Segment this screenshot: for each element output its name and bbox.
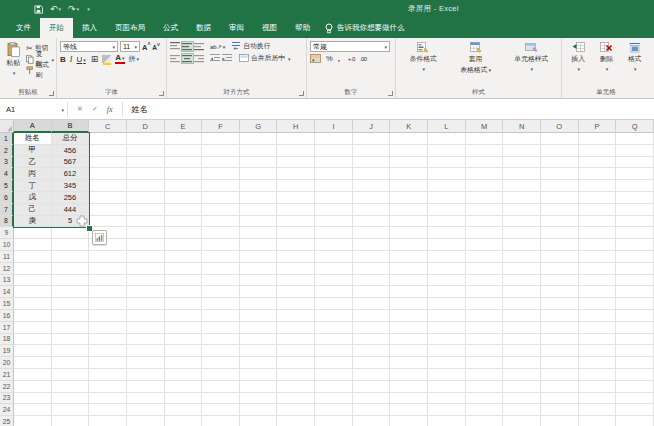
cell-Q4[interactable]: [616, 168, 654, 180]
cell-N16[interactable]: [503, 310, 541, 322]
cell-G23[interactable]: [240, 393, 278, 405]
increase-font-icon[interactable]: A˄: [142, 41, 150, 52]
cell-Q9[interactable]: [616, 227, 654, 239]
cell-L3[interactable]: [428, 157, 466, 169]
align-center-icon[interactable]: [182, 54, 193, 63]
row-header-3[interactable]: 3: [0, 157, 14, 169]
cell-A13[interactable]: [14, 275, 52, 287]
cell-B22[interactable]: [52, 381, 90, 393]
cell-L17[interactable]: [428, 322, 466, 334]
cell-K6[interactable]: [390, 192, 428, 204]
tab-view[interactable]: 视图: [253, 18, 286, 38]
cell-Q10[interactable]: [616, 239, 654, 251]
cell-C19[interactable]: [89, 345, 127, 357]
column-header-E[interactable]: E: [165, 120, 203, 133]
cell-K7[interactable]: [390, 204, 428, 216]
cell-B2[interactable]: 456: [52, 145, 90, 157]
cell-J16[interactable]: [353, 310, 391, 322]
select-all-button[interactable]: [0, 120, 14, 133]
cell-E9[interactable]: [165, 227, 203, 239]
cell-N18[interactable]: [503, 334, 541, 346]
cell-I16[interactable]: [315, 310, 353, 322]
font-color-button[interactable]: A: [115, 54, 124, 64]
cell-C16[interactable]: [89, 310, 127, 322]
cell-B23[interactable]: [52, 393, 90, 405]
cell-H7[interactable]: [277, 204, 315, 216]
cell-M22[interactable]: [466, 381, 504, 393]
cell-Q16[interactable]: [616, 310, 654, 322]
cell-P11[interactable]: [579, 251, 617, 263]
cell-N13[interactable]: [503, 275, 541, 287]
qat-more-icon[interactable]: [86, 6, 90, 12]
cell-A3[interactable]: 乙: [14, 157, 52, 169]
cell-K17[interactable]: [390, 322, 428, 334]
cancel-icon[interactable]: ✕: [77, 105, 83, 113]
formula-input[interactable]: 姓名: [123, 104, 148, 115]
italic-button[interactable]: I: [70, 55, 73, 64]
cell-L6[interactable]: [428, 192, 466, 204]
cell-B25[interactable]: [52, 416, 90, 426]
cell-C15[interactable]: [89, 298, 127, 310]
cell-P19[interactable]: [579, 345, 617, 357]
cell-C2[interactable]: [89, 145, 127, 157]
cell-K18[interactable]: [390, 334, 428, 346]
cell-G4[interactable]: [240, 168, 278, 180]
cell-K12[interactable]: [390, 263, 428, 275]
cell-I19[interactable]: [315, 345, 353, 357]
cell-Q1[interactable]: [616, 133, 654, 145]
cell-A5[interactable]: 丁: [14, 180, 52, 192]
format-painter-button[interactable]: 格式刷: [26, 65, 54, 75]
cell-M20[interactable]: [466, 357, 504, 369]
tab-data[interactable]: 数据: [187, 18, 220, 38]
cell-H17[interactable]: [277, 322, 315, 334]
cell-G19[interactable]: [240, 345, 278, 357]
cell-N20[interactable]: [503, 357, 541, 369]
cell-L20[interactable]: [428, 357, 466, 369]
cell-F16[interactable]: [202, 310, 240, 322]
cell-L25[interactable]: [428, 416, 466, 426]
cell-N11[interactable]: [503, 251, 541, 263]
cell-Q3[interactable]: [616, 157, 654, 169]
row-header-2[interactable]: 2: [0, 145, 14, 157]
cell-Q17[interactable]: [616, 322, 654, 334]
cell-M2[interactable]: [466, 145, 504, 157]
cell-N1[interactable]: [503, 133, 541, 145]
cell-E22[interactable]: [165, 381, 203, 393]
cell-G3[interactable]: [240, 157, 278, 169]
cell-K11[interactable]: [390, 251, 428, 263]
row-header-6[interactable]: 6: [0, 192, 14, 204]
cell-B16[interactable]: [52, 310, 90, 322]
cell-A25[interactable]: [14, 416, 52, 426]
cell-M8[interactable]: [466, 216, 504, 228]
cell-H24[interactable]: [277, 404, 315, 416]
cell-P22[interactable]: [579, 381, 617, 393]
cell-E11[interactable]: [165, 251, 203, 263]
cell-P2[interactable]: [579, 145, 617, 157]
cell-D12[interactable]: [127, 263, 165, 275]
cell-B13[interactable]: [52, 275, 90, 287]
wrap-text-button[interactable]: 自动换行: [232, 41, 270, 51]
cell-Q6[interactable]: [616, 192, 654, 204]
cell-D19[interactable]: [127, 345, 165, 357]
column-header-K[interactable]: K: [390, 120, 428, 133]
cell-P17[interactable]: [579, 322, 617, 334]
cell-K5[interactable]: [390, 180, 428, 192]
cell-E20[interactable]: [165, 357, 203, 369]
cell-M17[interactable]: [466, 322, 504, 334]
cell-D9[interactable]: [127, 227, 165, 239]
cell-H19[interactable]: [277, 345, 315, 357]
column-header-N[interactable]: N: [503, 120, 541, 133]
percent-style-button[interactable]: %: [326, 54, 333, 63]
cell-P1[interactable]: [579, 133, 617, 145]
cell-J1[interactable]: [353, 133, 391, 145]
cell-L15[interactable]: [428, 298, 466, 310]
cell-B24[interactable]: [52, 404, 90, 416]
cell-Q11[interactable]: [616, 251, 654, 263]
cell-O4[interactable]: [541, 168, 579, 180]
cell-K23[interactable]: [390, 393, 428, 405]
increase-indent-icon[interactable]: [222, 54, 233, 63]
tab-help[interactable]: 帮助: [286, 18, 319, 38]
decrease-decimal-button[interactable]: .00: [360, 56, 367, 62]
cell-E25[interactable]: [165, 416, 203, 426]
cell-K15[interactable]: [390, 298, 428, 310]
